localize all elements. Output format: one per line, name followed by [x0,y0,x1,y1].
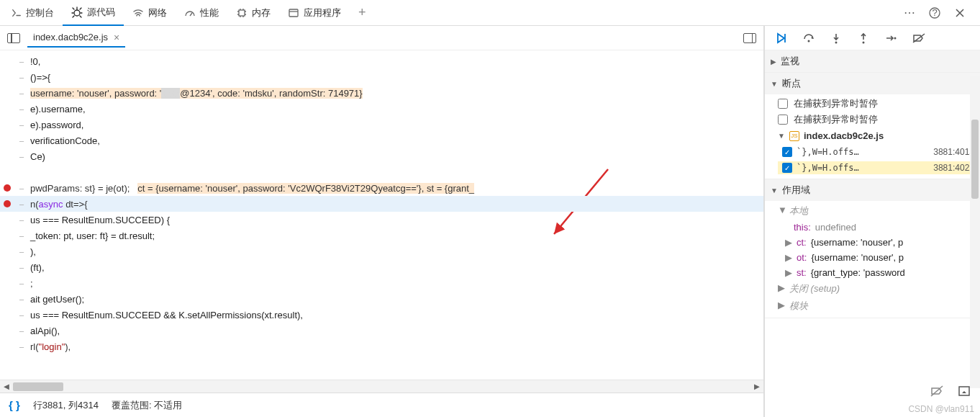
scope-panel-header[interactable]: ▼作用域 [765,179,980,201]
svg-rect-1 [239,10,245,16]
debugger-sidebar: ▶监视 ▼断点 在捕获到异常时暂停 在捕获到异常时暂停 ▼JSindex.dac… [764,26,980,417]
more-icon[interactable]: ⋯ [904,6,915,19]
status-bar: { } 行3881, 列4314 覆盖范围: 不适用 [0,393,763,417]
js-file-icon: JS [789,131,799,141]
watermark: CSDN @vlan911 [908,404,974,414]
code-line: verificationCode, [29,135,100,146]
svg-rect-2 [289,9,298,17]
code-line: ait getUser(); [29,294,84,305]
console-icon [12,8,22,18]
breakpoint-dot[interactable] [4,200,11,207]
code-line: e).username, [29,104,86,115]
scope-closure[interactable]: ▶关闭 (setup) [778,282,974,296]
tab-console-label: 控制台 [26,6,54,19]
file-tab-label: index.dacb9c2e.js [33,32,108,42]
breakpoint-position: 3881:4015 [933,147,974,157]
dock-icon[interactable] [957,384,971,398]
breakpoint-item[interactable]: ✓`},W=H.offs… 3881:4015 [778,145,974,158]
svg-point-0 [74,10,80,16]
scope-local[interactable]: ▼本地 [778,204,974,218]
code-line: _token: pt, user: ft} = dt.result; [29,230,155,241]
tab-add[interactable]: + [350,0,375,26]
tab-memory[interactable]: 内存 [227,0,279,26]
tab-sources[interactable]: 源代码 [63,0,124,26]
gauge-icon [184,7,196,19]
svg-point-6 [808,40,810,42]
file-tab[interactable]: index.dacb9c2e.js × [27,29,125,48]
scope-this: this: undefined [778,221,974,233]
tab-console[interactable]: 控制台 [3,0,63,26]
wifi-icon [132,7,144,19]
code-line: rl("login"), [29,341,71,352]
step-icon[interactable] [884,32,897,45]
no-issues-icon[interactable] [930,384,944,398]
checkbox[interactable] [778,115,788,125]
tab-application[interactable]: 应用程序 [279,0,350,26]
pause-on-caught-exceptions-2[interactable]: 在捕获到异常时暂停 [778,113,974,126]
code-editor[interactable]: !0, ()=>{ username: 'nouser', password: … [0,50,763,380]
code-line: us === ResultEnum.SUCCEED && K.setAllPer… [29,310,303,320]
breakpoint-file[interactable]: ▼JSindex.dacb9c2e.js [778,129,974,143]
close-file-icon[interactable]: × [114,32,119,43]
toggle-navigator-icon[interactable] [7,33,20,43]
code-line: us === ResultEnum.SUCCEED) { [29,215,170,225]
step-into-icon[interactable] [830,32,843,45]
tab-network[interactable]: 网络 [124,0,176,26]
scope-label: 作用域 [782,184,810,197]
breakpoint-position: 3881:4022 [933,163,974,173]
code-line: ()=>{ [29,72,50,83]
tab-sources-label: 源代码 [87,6,115,19]
help-icon[interactable]: ? [928,6,941,19]
scroll-right-icon[interactable]: ► [750,380,763,393]
svg-point-9 [894,37,897,39]
checkbox[interactable] [778,99,788,109]
breakpoint-file-label: index.dacb9c2e.js [804,130,884,141]
breakpoints-panel-header[interactable]: ▼断点 [765,73,980,94]
tab-network-label: 网络 [148,6,167,19]
checkbox-checked-icon[interactable]: ✓ [782,147,792,157]
step-over-icon[interactable] [802,32,815,45]
tab-performance[interactable]: 性能 [176,0,227,26]
pretty-print-icon[interactable]: { } [9,399,20,411]
code-line: (ft), [29,262,45,273]
checkbox-checked-icon[interactable]: ✓ [782,163,792,173]
code-line: n(async dt=>{ [29,199,88,210]
horizontal-scrollbar[interactable]: ◄ ► [0,380,763,393]
code-line: e).password, [29,120,83,130]
window-icon [288,7,299,19]
deactivate-breakpoints-icon[interactable] [912,32,926,45]
code-line: username: 'nouser', password: 'xxxx@1234… [29,88,363,99]
resume-icon[interactable] [775,32,788,45]
scrollbar-thumb[interactable] [13,382,63,391]
cursor-position: 行3881, 列4314 [33,399,99,412]
toggle-debugger-icon[interactable] [743,33,756,43]
scope-module[interactable]: ▶模块 [778,299,974,313]
tab-application-label: 应用程序 [304,6,341,19]
code-line: ), [29,246,36,257]
scrollbar-thumb[interactable] [971,120,979,199]
debug-controls [765,26,980,50]
tab-memory-label: 内存 [252,6,271,19]
devtools-tabs: 控制台 源代码 网络 性能 内存 应用程序 + ⋯ ? [0,0,980,26]
scope-ct[interactable]: ▶ct: {username: 'nouser', p [778,236,974,248]
scroll-left-icon[interactable]: ◄ [0,380,13,393]
scope-ot[interactable]: ▶ot: {username: 'nouser', p [778,251,974,264]
breakpoints-label: 断点 [782,77,801,90]
pause-on-caught-exceptions[interactable]: 在捕获到异常时暂停 [778,97,974,110]
watch-label: 监视 [781,55,799,68]
code-line: ; [29,278,33,289]
scope-st[interactable]: ▶st: {grant_type: 'password [778,266,974,279]
svg-point-8 [863,41,865,43]
vertical-scrollbar[interactable] [970,76,980,388]
code-line: alApi(), [29,326,60,336]
breakpoint-item[interactable]: ✓`},W=H.offs… 3881:4022 [778,161,974,174]
breakpoint-dot[interactable] [4,184,11,192]
svg-point-7 [835,41,838,43]
code-line: Ce) [29,151,45,162]
close-icon[interactable] [954,7,966,19]
chip-icon [236,7,248,19]
watch-panel-header[interactable]: ▶监视 [765,50,980,72]
code-line: !0, [29,56,40,67]
step-out-icon[interactable] [857,32,870,45]
coverage-label: 覆盖范围: 不适用 [112,399,182,412]
